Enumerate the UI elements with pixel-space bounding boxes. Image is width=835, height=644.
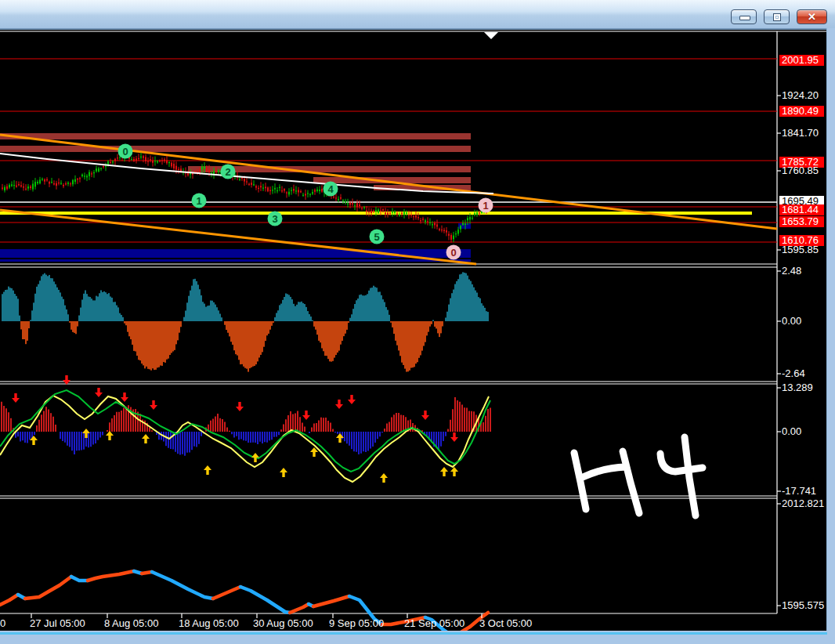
time-axis-label: 18 Aug 05:00 — [179, 617, 239, 629]
window-right-border — [826, 28, 835, 644]
svg-text:4: 4 — [327, 183, 334, 195]
close-button[interactable]: ✕ — [797, 9, 827, 24]
time-axis-label: 30 Aug 05:00 — [253, 617, 313, 629]
wave-marker-green-1: 1 — [192, 194, 207, 208]
time-axis-label: 21 Sep 05:00 — [404, 617, 464, 629]
time-axis-label: 27 Jul 05:00 — [30, 617, 85, 629]
wave-marker-green-2: 2 — [221, 165, 236, 179]
svg-text:0: 0 — [122, 146, 128, 157]
price-scale-label: 0.00 — [779, 426, 804, 437]
time-axis-label: 9 Sep 05:00 — [329, 617, 384, 629]
time-axis-label: 8 Aug 05:00 — [104, 617, 158, 629]
window-border-accent — [0, 632, 827, 635]
price-scale-label: 1890.49 — [779, 106, 824, 117]
wave-marker-green-5: 5 — [370, 230, 385, 244]
close-icon: ✕ — [797, 10, 826, 24]
minimize-button[interactable] — [731, 9, 757, 24]
price-scale-label: 1924.20 — [779, 90, 821, 101]
price-scale-label: 2.48 — [779, 266, 804, 277]
svg-text:3: 3 — [272, 213, 277, 225]
price-scale-label: 1595.575 — [779, 600, 826, 611]
price-scale-label: 1595.85 — [779, 244, 821, 255]
maximize-icon — [773, 13, 781, 21]
application-window: ✕ 02413501 2001.951924.201890.491841.701… — [0, 0, 835, 644]
svg-text:0: 0 — [450, 247, 456, 259]
price-scale-label: 2012.821 — [779, 498, 826, 509]
price-scale-label: -17.741 — [779, 486, 819, 497]
minimize-icon — [739, 16, 750, 20]
svg-text:2: 2 — [225, 166, 230, 178]
price-scale-label: 0.00 — [779, 316, 804, 327]
svg-text:1: 1 — [483, 200, 488, 212]
price-scale-label: 1760.85 — [779, 165, 821, 176]
window-controls: ✕ — [731, 9, 827, 24]
wave-marker-pink-0: 0 — [446, 245, 461, 260]
price-scale-label: 13.289 — [779, 382, 815, 393]
svg-text:5: 5 — [374, 231, 379, 243]
wave-marker-pink-1: 1 — [479, 198, 493, 213]
chart-client-area[interactable]: 02413501 2001.951924.201890.491841.70178… — [0, 30, 827, 631]
maximize-button[interactable] — [764, 9, 790, 24]
window-bottom-border — [0, 631, 827, 644]
time-axis-label: 3 Oct 05:00 — [479, 617, 532, 629]
window-titlebar[interactable]: ✕ — [0, 0, 835, 30]
wave-marker-green-4: 4 — [324, 182, 338, 197]
svg-text:1: 1 — [196, 195, 201, 207]
chart-canvas[interactable]: 02413501 — [0, 30, 827, 631]
price-scale-label: 1653.79 — [779, 216, 824, 227]
price-scale-label: -2.64 — [779, 368, 808, 379]
price-scale-label: 1841.70 — [779, 128, 821, 139]
price-scale-label: 2001.95 — [779, 55, 824, 66]
price-scale-label: 1681.44 — [779, 204, 824, 215]
wave-marker-green-3: 3 — [268, 212, 283, 226]
time-axis-label: 0 — [0, 617, 5, 629]
wave-marker-green-0: 0 — [118, 144, 133, 159]
